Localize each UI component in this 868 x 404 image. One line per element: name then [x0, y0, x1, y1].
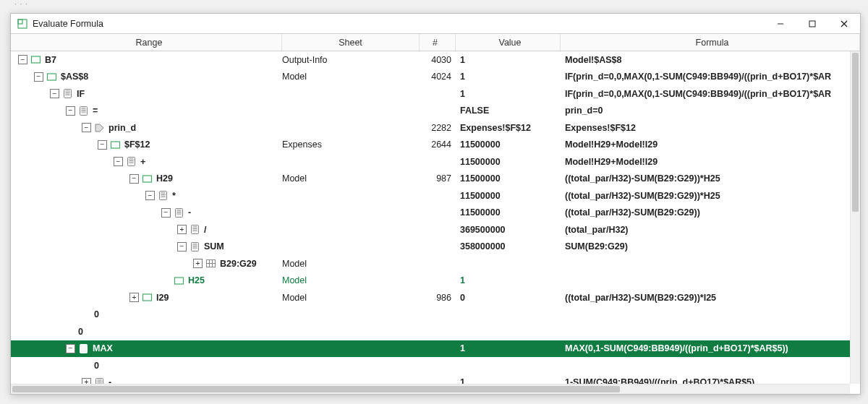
tree-row[interactable]: −IF1IF(prin_d=0,0,MAX(0,1-SUM(C949:BB949…	[11, 85, 850, 103]
node-formula: Model!H29+Model!I29	[561, 139, 850, 150]
tree-row[interactable]: +-11-SUM(C949:BB949)/((prin_d+BO17)*$AR$…	[11, 374, 850, 384]
tree-row[interactable]: +B29:G29Model	[11, 255, 850, 272]
svg-rect-6	[32, 56, 41, 63]
collapse-toggle[interactable]: −	[82, 123, 91, 132]
svg-rect-7	[48, 74, 56, 80]
collapse-toggle[interactable]: −	[18, 55, 27, 64]
node-range: +	[140, 157, 145, 167]
calc-icon	[126, 156, 137, 167]
node-range: $F$12	[124, 139, 150, 150]
vertical-scroll-thumb[interactable]	[852, 53, 859, 212]
node-range: *	[172, 191, 176, 201]
vertical-scrollbar[interactable]	[850, 51, 860, 384]
tree-row[interactable]: 0	[11, 323, 850, 340]
node-sheet: Model	[282, 293, 420, 303]
tree-row[interactable]: 0	[11, 306, 850, 324]
tree-row[interactable]: −+11500000Model!H29+Model!I29	[11, 153, 850, 171]
titlebar[interactable]: Evaluate Formula	[11, 14, 860, 34]
collapse-toggle[interactable]: −	[66, 344, 75, 353]
tree-row[interactable]: −=FALSEprin_d=0	[11, 103, 850, 120]
collapse-toggle[interactable]: −	[161, 208, 171, 218]
expand-toggle[interactable]: +	[177, 225, 187, 234]
svg-rect-17	[128, 158, 135, 166]
node-range: H25	[188, 275, 205, 285]
node-range: -	[109, 377, 111, 384]
collapse-toggle[interactable]: −	[129, 174, 139, 184]
svg-rect-44	[80, 344, 88, 353]
node-value: 11500000	[456, 173, 561, 184]
calc-icon	[62, 88, 73, 99]
evaluate-formula-window: Evaluate Formula Range Sheet # Value For…	[10, 13, 861, 395]
tree-row[interactable]: +/369500000(total_par/H32)	[11, 221, 850, 238]
header-formula[interactable]: Formula	[561, 34, 860, 51]
node-value: 1	[456, 55, 561, 65]
expand-toggle[interactable]: +	[129, 293, 139, 302]
node-range: =	[93, 106, 98, 116]
svg-rect-30	[192, 225, 199, 234]
tree-row[interactable]: 0	[11, 357, 850, 374]
collapse-toggle[interactable]: −	[98, 140, 107, 150]
maximize-button[interactable]	[796, 14, 828, 34]
node-formula: IF(prin_d=0,0,MAX(0,1-SUM(C949:BB949)/((…	[561, 89, 850, 99]
node-sheet: Model	[282, 173, 420, 184]
node-sheet: Output-Info	[282, 55, 420, 65]
node-value: 11500000	[456, 157, 561, 167]
close-button[interactable]	[828, 14, 860, 34]
header-value[interactable]: Value	[456, 34, 561, 51]
header-range[interactable]: Range	[11, 34, 282, 51]
node-value: 0	[456, 293, 561, 303]
background-spreadsheet-fragment: · · ·	[0, 0, 868, 10]
tree-row[interactable]: −H29Model98711500000((total_par/H32)-SUM…	[11, 171, 850, 188]
tree-row[interactable]: −MAX1MAX(0,1-SUM(C949:BB949)/((prin_d+BO…	[11, 340, 850, 358]
tree-rows: −B7Output-Info40301Model!$AS$8−$AS$8Mode…	[11, 51, 850, 384]
svg-rect-21	[143, 176, 152, 182]
node-range: -	[188, 207, 191, 218]
expand-toggle[interactable]: +	[82, 378, 91, 384]
tree-row[interactable]: −B7Output-Info40301Model!$AS$8	[11, 51, 850, 69]
node-range: I29	[156, 293, 169, 303]
node-sheet: Model	[282, 259, 420, 269]
collapse-toggle[interactable]: −	[145, 191, 155, 200]
node-range: H29	[156, 173, 173, 184]
tree-row[interactable]: H25Model1	[11, 272, 850, 290]
collapse-toggle[interactable]: −	[177, 242, 187, 252]
node-value: FALSE	[456, 106, 561, 116]
header-hash[interactable]: #	[420, 34, 456, 51]
header-sheet[interactable]: Sheet	[282, 34, 420, 51]
node-hash: 986	[420, 293, 456, 303]
cell-icon	[174, 275, 184, 286]
calc-icon	[158, 190, 169, 201]
collapse-toggle[interactable]: −	[66, 106, 75, 116]
node-formula: ((total_par/H32)-SUM(B29:G29))*H25	[561, 173, 850, 184]
minimize-button[interactable]	[765, 14, 796, 34]
tree-row[interactable]: −prin_d2282Expenses!$F$12Expenses!$F$12	[11, 119, 850, 137]
tree-row[interactable]: −$AS$8Model40241IF(prin_d=0,0,MAX(0,1-SU…	[11, 69, 850, 86]
node-value: 11500000	[456, 139, 561, 150]
node-formula: ((total_par/H32)-SUM(B29:G29))*H25	[561, 191, 850, 201]
svg-rect-16	[111, 142, 120, 148]
collapse-toggle[interactable]: −	[114, 157, 123, 166]
node-value: 1	[456, 377, 561, 384]
horizontal-scroll-thumb[interactable]	[12, 386, 620, 392]
node-range: IF	[77, 89, 85, 99]
tree-row[interactable]: +I29Model9860((total_par/H32)-SUM(B29:G2…	[11, 289, 850, 306]
node-formula: ((total_par/H32)-SUM(B29:G29))	[561, 207, 850, 218]
node-value: 369500000	[456, 225, 561, 235]
collapse-toggle[interactable]: −	[50, 89, 59, 98]
tree-row[interactable]: −SUM358000000SUM(B29:G29)	[11, 238, 850, 256]
tree-row[interactable]: −$F$12Expenses264411500000Model!H29+Mode…	[11, 137, 850, 154]
tag-icon	[94, 122, 105, 133]
node-value: 1	[456, 343, 561, 353]
expand-toggle[interactable]: +	[193, 259, 203, 268]
node-range: MAX	[93, 343, 113, 353]
collapse-toggle[interactable]: −	[34, 72, 43, 82]
horizontal-scrollbar[interactable]	[11, 384, 850, 394]
node-hash: 987	[420, 173, 456, 184]
node-formula: IF(prin_d=0,0,MAX(0,1-SUM(C949:BB949)/((…	[561, 72, 850, 82]
column-headers: Range Sheet # Value Formula	[11, 34, 860, 51]
node-formula: (total_par/H32)	[561, 225, 850, 235]
svg-rect-43	[143, 294, 152, 301]
node-range: $AS$8	[61, 72, 88, 82]
tree-row[interactable]: −*11500000((total_par/H32)-SUM(B29:G29))…	[11, 187, 850, 205]
tree-row[interactable]: −-11500000((total_par/H32)-SUM(B29:G29))	[11, 205, 850, 222]
